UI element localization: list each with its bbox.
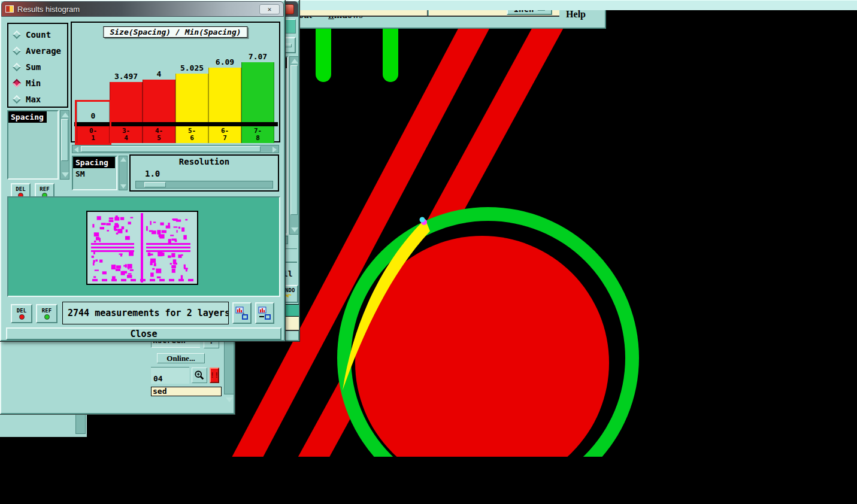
chart-title-box: Size(Spacing) / Min(Spacing) <box>103 26 247 38</box>
bar[interactable] <box>241 62 274 122</box>
stat-label: Count <box>26 30 51 40</box>
bar-value-label: 5.025 <box>175 63 208 72</box>
results-histogram-window: Results histogram ✕ CountAverageSumMinMa… <box>0 0 285 341</box>
radio-diamond-icon[interactable] <box>13 46 21 54</box>
chart-baseline <box>74 122 278 126</box>
measurement-type-item[interactable]: Spacing <box>8 111 47 123</box>
cell-range-line2: 7 <box>209 134 241 142</box>
green-dot-icon <box>44 314 50 320</box>
layer-sublist-item[interactable]: SM <box>73 168 116 180</box>
chart-title: Size(Spacing) / Min(Spacing) <box>110 28 241 37</box>
layer-sublist-scrollbar[interactable] <box>119 156 128 190</box>
radio-diamond-icon[interactable] <box>13 95 21 103</box>
cell-range-line2: 1 <box>77 134 109 142</box>
del-label: DEL <box>16 187 25 192</box>
cell-range-line2: 5 <box>143 134 175 142</box>
categories-scrollbar[interactable] <box>289 56 299 235</box>
cell-range-line2: 8 <box>242 134 274 142</box>
preview-panel <box>7 196 280 297</box>
histogram-close-button[interactable]: Close <box>6 327 281 340</box>
stat-option-max[interactable]: Max <box>8 91 67 107</box>
bar-category-cell[interactable]: 7-8 <box>241 126 274 143</box>
result-count-field: 04 <box>151 367 189 384</box>
stat-label: Min <box>26 78 41 88</box>
radio-diamond-icon[interactable] <box>13 62 21 71</box>
resolution-label: Resolution <box>131 157 278 166</box>
zoom-to-results-button[interactable] <box>192 368 207 383</box>
bar-value-label: 6.09 <box>208 57 241 66</box>
dropdown-dash-icon <box>284 44 292 47</box>
bar[interactable] <box>208 68 241 122</box>
histogram-title-text: Results histogram <box>17 5 80 14</box>
stat-panel: CountAverageSumMinMax <box>7 23 68 108</box>
cell-range-line2: 6 <box>176 134 208 142</box>
stat-option-min[interactable]: Min <box>8 75 67 91</box>
bar-category-cell[interactable]: 4-5 <box>143 126 175 143</box>
online-button[interactable]: Online... <box>157 353 205 363</box>
bar[interactable] <box>175 74 208 122</box>
ref-label: REF <box>40 187 49 192</box>
ref-label: REF <box>42 308 52 314</box>
hist-delete-button2[interactable]: DEL <box>11 304 32 323</box>
violation-density-map <box>87 212 197 284</box>
histogram-titlebar[interactable]: Results histogram ✕ <box>1 1 284 17</box>
radio-diamond-icon[interactable] <box>13 30 21 38</box>
red-dot-icon <box>19 314 25 320</box>
layer-sublist[interactable]: SpacingSM <box>72 156 117 190</box>
bar-value-label: 4 <box>143 69 175 78</box>
stat-label: Max <box>26 95 41 104</box>
cell-range-line2: 4 <box>110 134 142 142</box>
menu-help[interactable]: Help <box>566 9 586 20</box>
move-histogram-icon <box>258 306 271 320</box>
stat-option-count[interactable]: Count <box>8 26 67 42</box>
export-histogram-button[interactable] <box>232 302 252 324</box>
bar-category-cell[interactable]: 3-4 <box>110 126 143 143</box>
resolution-value: 1.0 <box>145 169 160 178</box>
histogram-window-icon <box>5 5 14 13</box>
copy-histogram-icon <box>235 306 249 320</box>
stat-label: Sum <box>26 62 41 72</box>
measurements-summary: 2744 measurements for 2 layers <box>62 302 229 324</box>
bar-value-label: 0 <box>77 111 110 120</box>
bar-category-cell[interactable]: 0-1 <box>77 126 110 143</box>
alert-button[interactable]: !! <box>210 368 219 383</box>
scroll-down-icon[interactable] <box>226 397 233 402</box>
bar-value-label: 7.07 <box>241 52 274 61</box>
magnifier-icon <box>194 370 205 381</box>
measurement-type-scrollbar[interactable] <box>60 110 69 180</box>
screen: Graphic Editor 9.07b2 (00@HY-HYCAM-PC018… <box>0 0 857 504</box>
resolution-slider[interactable] <box>135 181 273 189</box>
measure-marker-cyan <box>420 217 425 223</box>
undo-arrow-icon <box>285 294 292 300</box>
stat-label: Average <box>26 46 61 56</box>
slider-thumb[interactable] <box>144 182 166 187</box>
stat-option-sum[interactable]: Sum <box>8 59 67 75</box>
measurement-type-list[interactable]: Spacing <box>7 110 59 180</box>
bar[interactable] <box>143 80 175 122</box>
bar-category-cell[interactable]: 5-6 <box>175 126 208 143</box>
layer-sublist-item[interactable]: Spacing <box>73 157 115 168</box>
chart-panel: Size(Spacing) / Min(Spacing) 00-13.4973-… <box>71 22 280 142</box>
bar[interactable] <box>110 82 143 122</box>
bar-category-cell[interactable]: 6-7 <box>208 126 241 143</box>
board-preview[interactable] <box>86 211 198 285</box>
del-label: DEL <box>17 308 26 314</box>
import-histogram-button[interactable] <box>255 302 274 324</box>
resolution-panel: Resolution 1.0 <box>129 154 279 192</box>
chart-hscrollbar[interactable] <box>72 145 279 153</box>
stat-option-average[interactable]: Average <box>8 42 67 59</box>
check-result-row: 04!! <box>151 367 224 384</box>
radio-diamond-icon[interactable] <box>13 78 21 87</box>
hist-reference-button2[interactable]: REF <box>36 304 57 323</box>
check-status-strip: sed <box>151 387 222 396</box>
bar-value-label: 3.497 <box>110 72 143 81</box>
histogram-close-icon[interactable]: ✕ <box>259 4 280 14</box>
